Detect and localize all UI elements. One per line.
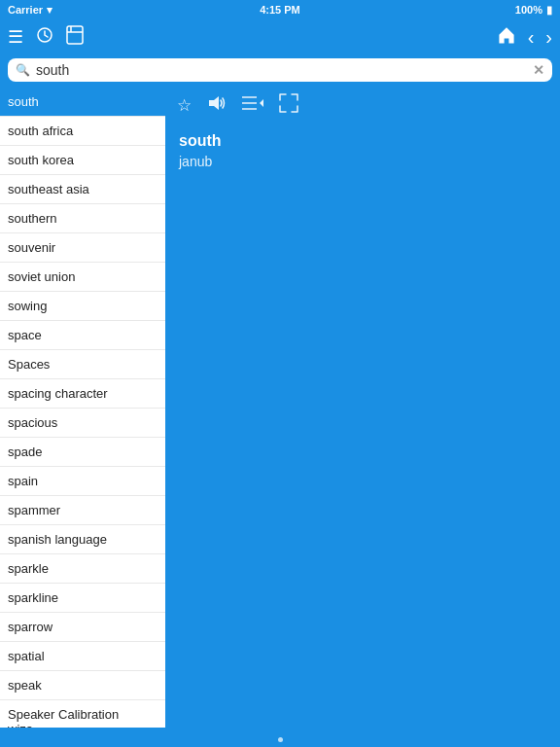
search-input[interactable] — [36, 62, 527, 78]
wifi-icon: ▾ — [47, 4, 52, 17]
list-item[interactable]: southeast asia — [0, 175, 165, 204]
list-item[interactable]: spanish language — [0, 525, 165, 554]
home-button[interactable] — [497, 25, 516, 50]
favorite-button[interactable]: ☆ — [177, 95, 192, 116]
back-button[interactable]: ‹ — [528, 26, 535, 49]
list-item[interactable]: south — [0, 88, 165, 117]
nav-right: ‹ › — [497, 25, 552, 50]
list-item[interactable]: spade — [0, 438, 165, 467]
svg-rect-1 — [67, 26, 83, 44]
menu-button[interactable]: ☰ — [8, 26, 23, 48]
battery-icon: ▮ — [546, 4, 552, 17]
list-item[interactable]: space — [0, 321, 165, 350]
carrier-label: Carrier — [8, 4, 43, 16]
expand-button[interactable] — [279, 93, 298, 118]
list-item[interactable]: speak — [0, 671, 165, 700]
search-clear-button[interactable]: ✕ — [533, 62, 544, 78]
list-item[interactable]: spain — [0, 467, 165, 496]
detail-panel: ☆ — [165, 88, 560, 728]
search-input-container: 🔍 ✕ — [8, 58, 552, 82]
list-item[interactable]: south korea — [0, 146, 165, 175]
list-item[interactable]: Spaces — [0, 350, 165, 379]
forward-button[interactable]: › — [545, 26, 552, 49]
bottom-bar — [0, 731, 560, 747]
list-panel: southsouth africasouth koreasoutheast as… — [0, 88, 165, 728]
nav-left: ☰ — [8, 25, 84, 49]
nav-bar: ☰ ‹ › — [0, 19, 560, 54]
list-item[interactable]: sowing — [0, 292, 165, 321]
list-item[interactable]: sparkline — [0, 584, 165, 613]
search-bar: 🔍 ✕ — [0, 54, 560, 88]
detail-content: south janub — [165, 123, 560, 179]
search-icon: 🔍 — [16, 63, 30, 77]
list-item[interactable]: sparkle — [0, 554, 165, 584]
list-item[interactable]: spammer — [0, 496, 165, 525]
status-right: 100% ▮ — [515, 4, 552, 17]
status-bar: Carrier ▾ 4:15 PM 100% ▮ — [0, 0, 560, 19]
svg-marker-8 — [260, 99, 263, 107]
time-label: 4:15 PM — [260, 4, 300, 16]
detail-toolbar: ☆ — [165, 88, 560, 123]
list-item[interactable]: south africa — [0, 117, 165, 146]
list-item[interactable]: spacious — [0, 409, 165, 438]
svg-marker-4 — [209, 96, 219, 110]
list-item[interactable]: souvenir — [0, 233, 165, 263]
list-item[interactable]: Speaker Calibration wiza... — [0, 700, 165, 728]
list-item[interactable]: spacing character — [0, 379, 165, 409]
list-item[interactable]: soviet union — [0, 263, 165, 292]
status-left: Carrier ▾ — [8, 4, 52, 17]
detail-translation: janub — [179, 154, 546, 169]
history-button[interactable] — [35, 25, 54, 49]
list-view-button[interactable] — [242, 95, 263, 116]
speaker-button[interactable] — [207, 94, 227, 116]
detail-word: south — [179, 132, 546, 150]
main-content: southsouth africasouth koreasoutheast as… — [0, 88, 560, 728]
bookmark-button[interactable] — [66, 25, 84, 49]
list-item[interactable]: southern — [0, 204, 165, 233]
list-item[interactable]: spatial — [0, 642, 165, 671]
battery-label: 100% — [515, 4, 542, 16]
list-item[interactable]: sparrow — [0, 613, 165, 642]
page-indicator-dot — [278, 737, 283, 742]
